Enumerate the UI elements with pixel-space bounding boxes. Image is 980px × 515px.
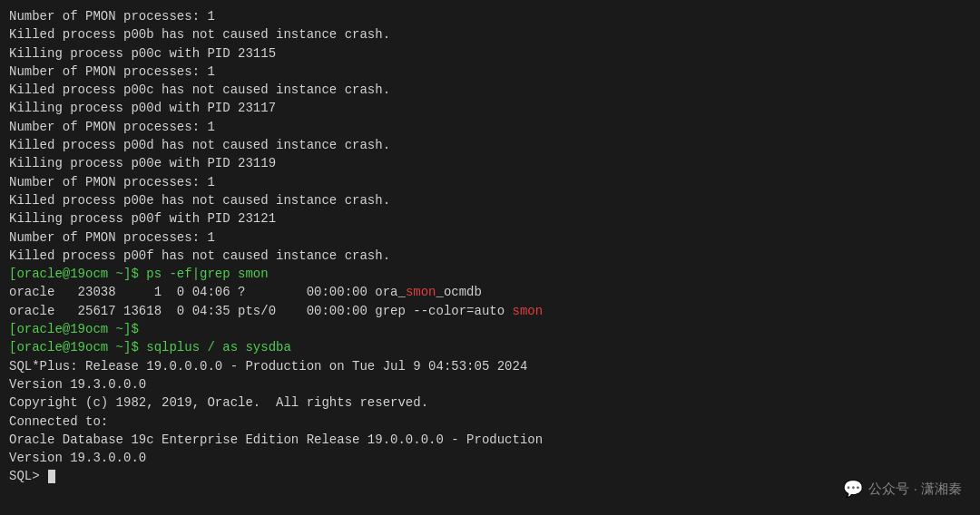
terminal-line: Killed process p00e has not caused insta…: [9, 191, 971, 209]
watermark: 💬公众号 · 潇湘秦: [843, 479, 962, 499]
terminal-line: Version 19.3.0.0.0: [9, 449, 971, 467]
terminal-line: SQL>: [9, 467, 971, 485]
terminal-line: Number of PMON processes: 1: [9, 118, 971, 136]
terminal: Number of PMON processes: 1Killed proces…: [0, 0, 980, 515]
terminal-line: Killed process p00d has not caused insta…: [9, 136, 971, 154]
terminal-line: [oracle@19ocm ~]$ ps -ef|grep smon: [9, 265, 971, 283]
watermark-icon: 💬: [843, 479, 863, 499]
terminal-line: Killed process p00c has not caused insta…: [9, 81, 971, 99]
terminal-line: [oracle@19ocm ~]$: [9, 320, 971, 338]
terminal-line: oracle 25617 13618 0 04:35 pts/0 00:00:0…: [9, 302, 971, 320]
terminal-line: Killing process p00e with PID 23119: [9, 154, 971, 172]
terminal-line: Oracle Database 19c Enterprise Edition R…: [9, 431, 971, 449]
terminal-line: Killing process p00d with PID 23117: [9, 99, 971, 117]
terminal-line: Number of PMON processes: 1: [9, 63, 971, 81]
terminal-line: Version 19.3.0.0.0: [9, 375, 971, 394]
terminal-line: [oracle@19ocm ~]$ sqlplus / as sysdba: [9, 338, 971, 356]
terminal-line: Number of PMON processes: 1: [9, 228, 971, 247]
terminal-line: Killing process p00f with PID 23121: [9, 209, 971, 228]
terminal-line: Number of PMON processes: 1: [9, 173, 971, 191]
terminal-line: Number of PMON processes: 1: [9, 7, 971, 25]
terminal-line: Killed process p00b has not caused insta…: [9, 25, 971, 44]
terminal-line: Killing process p00c with PID 23115: [9, 44, 971, 63]
terminal-line: oracle 23038 1 0 04:06 ? 00:00:00 ora_sm…: [9, 283, 971, 301]
terminal-line: Killed process p00f has not caused insta…: [9, 247, 971, 265]
watermark-text: 公众号 · 潇湘秦: [868, 481, 962, 498]
terminal-line: Copyright (c) 1982, 2019, Oracle. All ri…: [9, 394, 971, 412]
terminal-line: SQL*Plus: Release 19.0.0.0.0 - Productio…: [9, 357, 971, 375]
terminal-line: Connected to:: [9, 413, 971, 431]
